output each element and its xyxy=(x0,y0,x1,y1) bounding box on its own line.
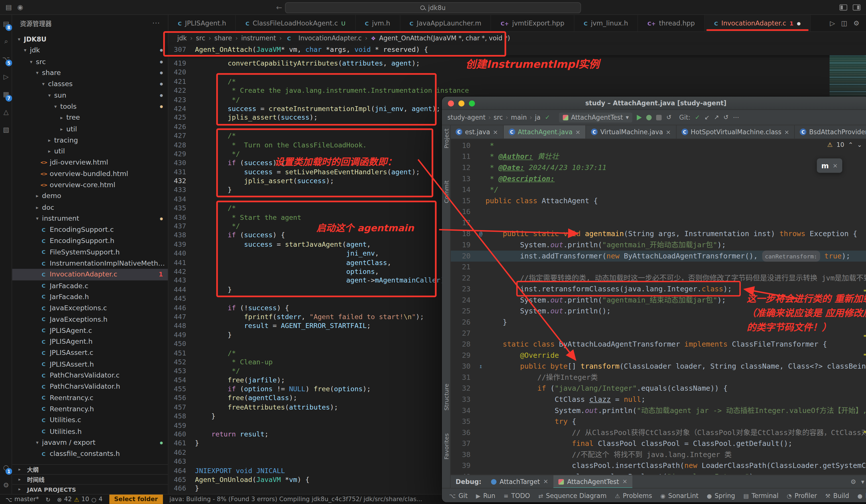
tree-item[interactable]: ▾javavm / export● xyxy=(12,437,168,448)
section-outline[interactable]: ▸大纲 xyxy=(12,464,168,474)
code-line[interactable]: 10 * xyxy=(451,140,866,151)
activity-extensions-icon[interactable]: ▦7 xyxy=(0,85,12,103)
settings-gear-icon[interactable]: ⚙ xyxy=(851,478,856,485)
code-line[interactable]: 24 System.out.println("agentmain_结束动态加载j… xyxy=(451,295,866,306)
activity-source-control-icon[interactable]: ⌥5 xyxy=(0,50,12,68)
run-config-selector[interactable]: AttachAgentTest ▾ xyxy=(559,112,633,122)
breadcrumb-item[interactable]: jdk xyxy=(177,34,187,42)
close-icon[interactable]: × xyxy=(833,162,838,169)
minimize-window-icon[interactable] xyxy=(458,100,465,106)
tool-window-button[interactable]: ⌥Git xyxy=(449,491,468,499)
tree-item[interactable]: CJavaExceptions.c xyxy=(12,302,168,314)
coverage-button[interactable] xyxy=(656,114,662,120)
editor-tab[interactable]: CJavaAppLauncher.m xyxy=(400,15,491,32)
sticky-scroll-line[interactable]: 307Agent_OnAttach(JavaVM* vm, char *args… xyxy=(168,44,866,55)
ij-editor-tab[interactable]: CHotSpotVirtualMachine.class× xyxy=(676,125,795,138)
tree-item[interactable]: CFileSystemSupport.h xyxy=(12,247,168,257)
rerun-icon[interactable]: ↺ xyxy=(666,114,671,121)
code-line[interactable]: 12 * @Date: 2024/4/23 10:37:11 xyxy=(451,162,866,173)
ij-editor[interactable]: 10 *11 * @Author: 黄壮壮12 * @Date: 2024/4/… xyxy=(451,139,866,475)
command-center-search[interactable]: jdk8u xyxy=(285,2,581,13)
ij-editor-tab[interactable]: Cest.java× xyxy=(451,125,503,138)
code-line[interactable]: 27 xyxy=(451,328,866,339)
code-line[interactable]: 38 //不配这个 将找不到 java.lang.Integer 类 xyxy=(451,449,866,460)
git-pull-icon[interactable]: ↙ xyxy=(704,114,710,121)
tool-window-structure[interactable]: Structure xyxy=(443,383,449,410)
editor-tab[interactable]: Cjvm.h xyxy=(355,15,400,32)
code-line[interactable]: 29 @Override xyxy=(451,350,866,361)
tree-item[interactable]: ▾classes● xyxy=(12,78,168,90)
inspection-widget[interactable]: ⚠ 10 ⌃ ⌄ xyxy=(827,141,862,149)
tree-item[interactable]: ▾JDK8U xyxy=(12,34,168,45)
tree-item[interactable]: CPathCharsValidator.h xyxy=(12,381,168,392)
ij-breadcrumb-item[interactable]: study-agent xyxy=(447,113,485,121)
tool-window-button[interactable]: ●Spring xyxy=(707,491,735,499)
code-line[interactable]: 420 xyxy=(168,68,866,77)
debug-tab[interactable]: AttachAgentTest× xyxy=(553,475,632,488)
code-line[interactable]: 419 convertCapabilityAtrributes(attribut… xyxy=(168,59,866,68)
ij-titlebar[interactable]: study – AttachAgent.java [study-agent] xyxy=(442,96,866,110)
activity-testing-icon[interactable]: △ xyxy=(0,103,12,121)
tree-item[interactable]: CJPLISAssert.c xyxy=(12,347,168,359)
debug-tab[interactable]: AttachTarget× xyxy=(486,475,553,488)
activity-run-debug-icon[interactable]: ▷ xyxy=(0,68,12,85)
code-line[interactable]: 35 try { xyxy=(451,416,866,427)
prev-warning-icon[interactable]: ⌃ xyxy=(848,141,853,149)
run-button[interactable] xyxy=(637,114,642,120)
nav-back-icon[interactable]: ← xyxy=(276,3,282,11)
code-line[interactable]: 26 } xyxy=(451,317,866,328)
code-line[interactable]: 421 /* xyxy=(168,77,866,87)
more-icon[interactable]: ⋯ xyxy=(733,114,739,121)
tool-window-button[interactable]: ⇄Sequence Diagram xyxy=(539,491,607,499)
tree-item[interactable]: CEncodingSupport.c xyxy=(12,224,168,235)
tree-item[interactable]: CJarFacade.c xyxy=(12,280,168,291)
ij-editor-tab[interactable]: CVirtualMachine.java× xyxy=(586,125,676,138)
code-line[interactable]: 307Agent_OnAttach(JavaVM* vm, char *args… xyxy=(168,44,866,55)
tool-window-button[interactable]: ◔Profiler xyxy=(787,491,817,499)
tree-item[interactable]: ▸tracing xyxy=(12,135,168,146)
editor-tab[interactable]: CClassFileLoadHookAgent.cU xyxy=(236,15,355,32)
section-java-projects[interactable]: ▸JAVA PROJECTS xyxy=(12,484,168,494)
tree-item[interactable]: <>overview-bundled.html xyxy=(12,168,168,179)
close-icon[interactable]: × xyxy=(543,478,548,485)
breadcrumb-item[interactable]: src xyxy=(196,34,205,42)
tool-window-commit[interactable]: Commit xyxy=(443,181,449,204)
activity-settings-icon[interactable]: ⚙ xyxy=(0,476,12,494)
breadcrumb-item[interactable]: share xyxy=(214,34,232,42)
breadcrumb-symbol[interactable]: Agent_OnAttach(JavaVM *, char *, void *) xyxy=(379,34,510,42)
code-line[interactable]: 13 * @Description: xyxy=(451,173,866,185)
tree-item[interactable]: CJarFacade.h xyxy=(12,291,168,302)
tree-item[interactable]: <>jdi-overview.html xyxy=(12,157,168,168)
close-icon[interactable]: × xyxy=(493,128,498,135)
code-line[interactable]: 37 final ClassPool classPool = ClassPool… xyxy=(451,438,866,449)
close-icon[interactable]: × xyxy=(666,128,671,135)
ij-breadcrumb-item[interactable]: src xyxy=(494,113,503,121)
next-warning-icon[interactable]: ⌄ xyxy=(857,141,862,149)
hide-panel-icon[interactable]: ▾ xyxy=(861,478,864,485)
tool-window-button[interactable]: ▤Terminal xyxy=(743,491,779,499)
editor-tab[interactable]: C+thread.hpp xyxy=(638,15,705,32)
tree-item[interactable]: CReentrancy.h xyxy=(12,403,168,414)
editor-settings-icon[interactable]: ⚙ xyxy=(853,19,859,27)
tree-item[interactable]: ▸util xyxy=(12,123,168,135)
code-line[interactable]: 15public class AttachAgent { xyxy=(451,195,866,207)
code-line[interactable]: 16 xyxy=(451,206,866,218)
code-line[interactable]: 39 classPool.insertClassPath(new LoaderC… xyxy=(451,460,866,471)
code-line[interactable]: 21 xyxy=(451,262,866,273)
code-line[interactable]: 31 //操作Integer类 xyxy=(451,372,866,383)
code-line[interactable]: 11 * @Author: 黄壮壮 xyxy=(451,151,866,162)
app-menu-icon[interactable]: ▤ xyxy=(5,3,12,11)
tree-item[interactable]: CUtilities.h xyxy=(12,426,168,437)
close-icon[interactable]: × xyxy=(575,128,580,135)
split-editor-icon[interactable]: ◫ xyxy=(841,19,847,27)
tree-item[interactable]: ▾tools● xyxy=(12,101,168,112)
editor-tab[interactable]: Cjvm_linux.h xyxy=(574,15,638,32)
git-rollback-icon[interactable]: ↺ xyxy=(723,114,729,121)
section-timeline[interactable]: ▸时间线 xyxy=(12,474,168,484)
tree-item[interactable]: ▾sun● xyxy=(12,90,168,101)
code-line[interactable]: 22 //指定需要转换的类, 动态加载时这一步必不可少，否则你修改了字节码但是没… xyxy=(451,273,866,284)
code-line[interactable]: 18@ public static void agentmain(String … xyxy=(451,228,866,240)
code-line[interactable]: 34 System.out.println("动态加载agent jar -> … xyxy=(451,405,866,416)
tree-item[interactable]: CInstrumentationImplNativeMethods.c xyxy=(12,258,168,269)
problems-indicator[interactable]: ⊗ 42 ⚠ 10 ○ 4 xyxy=(57,496,102,503)
